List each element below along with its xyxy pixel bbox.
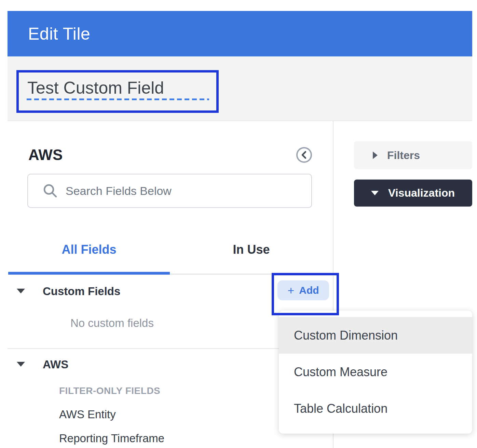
- explore-name: AWS: [28, 146, 63, 163]
- caret-down-icon[interactable]: [17, 289, 25, 293]
- field-reporting-timeframe[interactable]: Reporting Timeframe: [59, 432, 164, 445]
- section-custom-fields[interactable]: Custom Fields: [43, 285, 120, 298]
- menu-item-custom-dimension[interactable]: Custom Dimension: [279, 317, 472, 354]
- filters-section-toggle[interactable]: Filters: [354, 141, 472, 169]
- search-placeholder: Search Fields Below: [66, 184, 172, 198]
- chevron-left-circle-icon: [296, 158, 312, 164]
- visualization-label: Visualization: [388, 187, 455, 199]
- annotation-box-add-button: [272, 273, 339, 315]
- custom-fields-empty-text: No custom fields: [70, 317, 154, 330]
- menu-item-custom-measure[interactable]: Custom Measure: [279, 354, 472, 390]
- caret-down-icon[interactable]: [17, 362, 25, 367]
- filters-label: Filters: [387, 149, 420, 162]
- field-aws-entity[interactable]: AWS Entity: [59, 408, 116, 421]
- collapse-panel-button[interactable]: [296, 147, 312, 163]
- filter-only-fields-heading: FILTER-ONLY FIELDS: [59, 385, 160, 396]
- visualization-section-toggle[interactable]: Visualization: [354, 180, 472, 207]
- tab-all-fields[interactable]: All Fields: [8, 241, 170, 258]
- search-icon: [42, 183, 58, 199]
- dialog-title: Edit Tile: [28, 24, 90, 44]
- menu-item-table-calculation[interactable]: Table Calculation: [279, 390, 472, 427]
- section-aws[interactable]: AWS: [43, 358, 68, 371]
- field-search-input[interactable]: Search Fields Below: [27, 174, 312, 208]
- edit-tile-header: Edit Tile: [8, 11, 472, 56]
- add-field-menu: Custom Dimension Custom Measure Table Ca…: [279, 311, 472, 434]
- active-tab-indicator: [8, 272, 170, 275]
- caret-down-icon: [371, 191, 379, 195]
- caret-right-icon: [373, 151, 378, 159]
- tab-in-use[interactable]: In Use: [170, 241, 333, 258]
- tab-strip-baseline: [170, 274, 272, 275]
- annotation-box-title: [16, 70, 219, 113]
